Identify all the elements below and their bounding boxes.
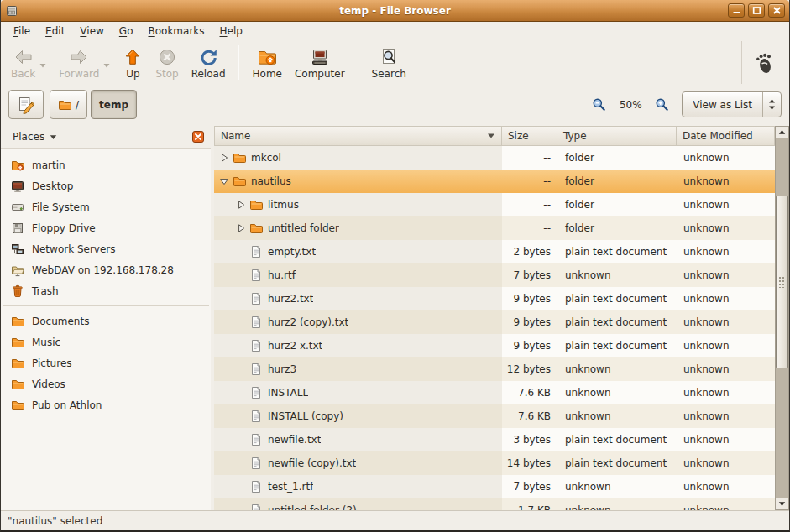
zoom-in-button[interactable] — [653, 96, 671, 113]
path-button-[interactable]: / — [50, 90, 87, 119]
menu-bookmarks[interactable]: Bookmarks — [140, 23, 212, 39]
column-header-type[interactable]: Type — [557, 126, 677, 146]
column-header-name[interactable]: Name — [214, 126, 502, 146]
file-row-hu-rtf[interactable]: hu.rtf7 bytesunknownunknown — [214, 263, 775, 287]
file-type: plain text document — [557, 310, 677, 334]
file-row-untitled-folder[interactable]: untitled folder--folderunknown — [214, 216, 775, 240]
toggle-location-entry-button[interactable] — [8, 90, 44, 119]
column-header-date-modified[interactable]: Date Modified — [677, 126, 775, 146]
place-documents[interactable]: Documents — [1, 310, 211, 331]
dropdown-arrow-icon[interactable] — [39, 63, 46, 68]
view-as-select[interactable]: View as List — [682, 91, 782, 117]
cell-name: litmus — [214, 193, 502, 216]
file-row-hurz2-x-txt[interactable]: hurz2 x.txt9 bytesplain text documentunk… — [214, 334, 775, 357]
place-webdav-on-192-168-178-28[interactable]: WebDAV on 192.168.178.28 — [1, 259, 211, 280]
file-size: 9 bytes — [502, 334, 557, 357]
column-header-size[interactable]: Size — [502, 126, 557, 146]
file-row-newfile-copy-txt[interactable]: newfile (copy).txt14 bytesplain text doc… — [214, 451, 775, 475]
column-header-label: Date Modified — [683, 130, 753, 142]
toolbar-up-button[interactable]: Up — [116, 45, 147, 81]
vertical-scrollbar[interactable] — [775, 126, 789, 510]
view-as-value: View as List — [683, 99, 762, 111]
toolbar-search-button[interactable]: Search — [365, 45, 411, 81]
place-label: File System — [32, 201, 90, 213]
toolbar-back-button[interactable]: Back — [4, 45, 50, 81]
close-side-pane-button[interactable] — [192, 131, 204, 143]
file-row-newfile-txt[interactable]: newfile.txt3 bytesplain text documentunk… — [214, 428, 775, 451]
close-button[interactable] — [768, 3, 785, 18]
minimize-button[interactable] — [728, 3, 745, 18]
dropdown-arrow-icon[interactable] — [103, 63, 110, 68]
file-row-install-copy[interactable]: INSTALL (copy)7.6 KBunknownunknown — [214, 404, 775, 428]
path-button-temp[interactable]: temp — [91, 90, 137, 119]
arrow-down-icon — [778, 501, 786, 507]
home-folder-icon — [257, 47, 277, 67]
cell-name: hurz2 (copy).txt — [214, 310, 502, 334]
expander-open-icon[interactable] — [219, 176, 230, 186]
toolbar-stop-button[interactable]: Stop — [149, 45, 182, 81]
text-file-icon — [249, 386, 263, 399]
file-type: plain text document — [557, 428, 677, 451]
toolbar-home-button[interactable]: Home — [246, 45, 286, 81]
file-row-hurz2-copy-txt[interactable]: hurz2 (copy).txt9 bytesplain text docume… — [214, 310, 775, 334]
maximize-button[interactable] — [748, 3, 765, 18]
place-pictures[interactable]: Pictures — [1, 352, 211, 373]
file-row-nautilus[interactable]: nautilus--folderunknown — [214, 170, 775, 193]
scroll-down-button[interactable] — [775, 498, 789, 510]
places-selector-button[interactable]: Places — [9, 129, 60, 144]
place-martin[interactable]: martin — [1, 154, 211, 175]
place-videos[interactable]: Videos — [1, 373, 211, 394]
file-row-mkcol[interactable]: mkcol--folderunknown — [214, 146, 775, 170]
file-size: 14 bytes — [502, 451, 557, 475]
expander-closed-icon[interactable] — [236, 223, 247, 233]
file-row-install[interactable]: INSTALL7.6 KBunknownunknown — [214, 381, 775, 404]
toolbar-forward-label: Forward — [59, 68, 99, 80]
location-bar: /temp 50% View as List — [1, 86, 789, 123]
file-date-modified: unknown — [677, 146, 775, 170]
file-name: nautilus — [251, 175, 291, 187]
file-date-modified: unknown — [677, 310, 775, 334]
place-network-servers[interactable]: Network Servers — [1, 238, 211, 259]
file-date-modified: unknown — [677, 498, 775, 510]
file-size: -- — [502, 146, 557, 170]
main-content: Places martinDesktopFile SystemFloppy Dr… — [1, 123, 789, 510]
menu-view[interactable]: View — [72, 23, 111, 39]
spinner-arrows-icon[interactable] — [762, 92, 781, 117]
menu-edit[interactable]: Edit — [38, 23, 72, 39]
file-row-litmus[interactable]: litmus--folderunknown — [214, 193, 775, 216]
sort-descending-icon — [487, 133, 495, 139]
toolbar-forward-button[interactable]: Forward — [52, 45, 114, 81]
menu-help[interactable]: Help — [212, 23, 250, 39]
expander-closed-icon[interactable] — [236, 200, 247, 210]
file-name: INSTALL — [268, 387, 308, 399]
place-floppy-drive[interactable]: Floppy Drive — [1, 217, 211, 238]
file-name: INSTALL (copy) — [268, 410, 343, 422]
file-row-empty-txt[interactable]: empty.txt2 bytesplain text documentunkno… — [214, 240, 775, 263]
place-file-system[interactable]: File System — [1, 196, 211, 217]
zoom-out-button[interactable] — [590, 96, 608, 113]
scrollbar-thumb[interactable] — [776, 196, 788, 368]
toolbar-reload-button[interactable]: Reload — [185, 45, 230, 81]
filesystem-drive-icon — [11, 201, 24, 214]
menu-file[interactable]: File — [6, 23, 38, 39]
expander-closed-icon[interactable] — [219, 153, 230, 163]
file-row-untitled-folder-2[interactable]: untitled folder (2)1.7 KBunknownunknown — [214, 498, 775, 510]
place-pub-on-athlon[interactable]: Pub on Athlon — [1, 394, 211, 415]
scrollbar-trough[interactable] — [775, 138, 789, 498]
place-trash[interactable]: Trash — [1, 280, 211, 301]
place-desktop[interactable]: Desktop — [1, 175, 211, 196]
file-row-hurz3[interactable]: hurz312 bytesunknownunknown — [214, 357, 775, 381]
toolbar-computer-button[interactable]: Computer — [288, 45, 349, 81]
file-row-test-1-rtf[interactable]: test_1.rtf7 bytesunknownunknown — [214, 475, 775, 498]
file-type: unknown — [557, 498, 677, 510]
place-music[interactable]: Music — [1, 331, 211, 352]
cell-name: empty.txt — [214, 240, 502, 263]
file-type: unknown — [557, 404, 677, 428]
titlebar[interactable]: temp - File Browser — [1, 0, 789, 22]
scroll-up-button[interactable] — [775, 126, 789, 138]
toolbar-reload-label: Reload — [191, 68, 226, 80]
file-manager-icon[interactable] — [5, 3, 20, 18]
menu-go[interactable]: Go — [112, 23, 141, 39]
file-size: 7 bytes — [502, 475, 557, 498]
file-row-hurz2-txt[interactable]: hurz2.txt9 bytesplain text documentunkno… — [214, 287, 775, 310]
